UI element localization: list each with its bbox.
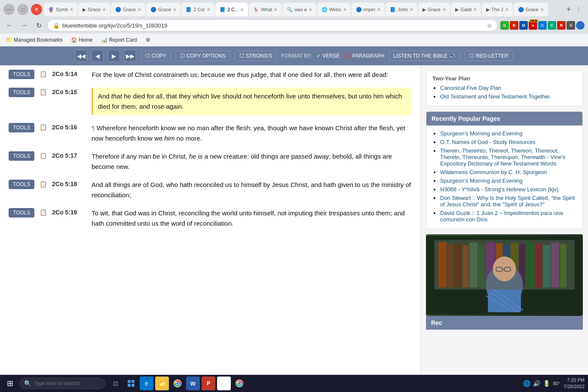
minimize-button[interactable]: — (3, 4, 15, 15)
tab-imp[interactable]: 🔵imper✕ (352, 3, 385, 16)
tab-current[interactable]: 📘2 C...✕ (215, 3, 248, 16)
ot-nt-plan-link[interactable]: Old Testament and New Testament Together (440, 93, 576, 100)
nav-next-button[interactable]: ▶ (108, 50, 120, 62)
ext-icon-5[interactable]: C (548, 21, 556, 30)
tab-thej[interactable]: ▶The J✕ (482, 3, 513, 16)
bookmark-settings[interactable]: ⚙ (143, 36, 153, 44)
ext-icon-3[interactable]: M (519, 21, 528, 30)
tab-close-was[interactable]: ✕ (309, 7, 312, 12)
video-thumbnail[interactable] (426, 234, 583, 316)
profile-button[interactable]: 👤 (576, 21, 585, 30)
taskbar-icon-chrome[interactable] (171, 377, 184, 390)
bookmark-home[interactable]: 🏠 Home (68, 36, 95, 44)
tab-close-what[interactable]: ✕ (274, 7, 277, 12)
tab-grace3[interactable]: 🔵Grace✕ (146, 3, 181, 16)
maximize-button[interactable]: □ (17, 4, 28, 15)
tools-button-516[interactable]: TOOLS (9, 123, 34, 132)
taskbar-icon-chrome2[interactable] (233, 377, 246, 390)
star-icon[interactable]: ☆ (487, 22, 492, 29)
new-tab-button[interactable]: + (566, 5, 571, 14)
tab-close-john[interactable]: ✕ (410, 7, 413, 12)
link-wilderness[interactable]: Wilderness Communion by C. H. Spurgeon (440, 169, 576, 175)
search-input[interactable] (34, 380, 94, 386)
copy-icon-519[interactable]: 📋 (40, 209, 47, 216)
tools-button-518[interactable]: TOOLS (9, 180, 34, 189)
link-therein[interactable]: Therein, Thereinto, Thereof, Thereon, Th… (440, 147, 576, 167)
bookmark-report[interactable]: 📊 Report Card (98, 36, 139, 44)
copy-button[interactable]: ☐ COPY (141, 51, 171, 61)
tab-web[interactable]: 🌐Webs✕ (317, 3, 351, 16)
taskbar-icon-explorer[interactable]: 📁 (155, 377, 169, 390)
listen-button[interactable]: LISTEN TO THE BIBLE 🔊 (389, 51, 460, 61)
taskbar-search-bar[interactable]: 🔍 (19, 378, 105, 389)
nav-prev-button[interactable]: ◀ (92, 50, 104, 62)
tab-john[interactable]: 📘John✕ (386, 3, 417, 16)
tab-what[interactable]: 🦌What✕ (249, 3, 282, 16)
taskbar-icon-taskview[interactable]: ⊡ (109, 377, 122, 390)
paragraph-format-option[interactable]: 🚫 PARAGRAPH (344, 53, 384, 59)
copy-icon-518[interactable]: 📋 (40, 181, 47, 187)
taskbar-icon-gmail[interactable]: ✉ (217, 377, 231, 390)
tab-close-imp[interactable]: ✕ (377, 7, 380, 12)
tab-close-grace2[interactable]: ✕ (138, 7, 141, 12)
link-ot-names[interactable]: O.T. Names of God - Study Resources (440, 139, 576, 145)
copy-options-button[interactable]: ☐ COPY OPTIONS (175, 51, 230, 61)
strongs-button[interactable]: ☐ STRONG'S (235, 51, 277, 61)
tab-grace4[interactable]: ▶Grace✕ (418, 3, 450, 16)
ext-icon-2[interactable]: B (510, 21, 518, 30)
reload-button[interactable]: ↻ (33, 19, 45, 31)
tab-close-thej[interactable]: ✕ (505, 7, 508, 12)
tab-close-grace3[interactable]: ✕ (173, 7, 176, 12)
network-icon[interactable]: 🌐 (523, 380, 530, 387)
forward-button[interactable]: → (18, 19, 30, 31)
tab-grace1[interactable]: ▶Grace✕ (78, 3, 110, 16)
tab-close-galat[interactable]: ✕ (473, 7, 477, 12)
address-bar[interactable]: 🔒 blueletterbible.org/kjv/2co/5/19/s_108… (47, 19, 498, 31)
tab-close-web[interactable]: ✕ (343, 7, 346, 12)
volume-icon[interactable]: 🔊 (533, 380, 540, 387)
link-don-stewart[interactable]: Don Stewart :: Why Is the Holy Spirit Ca… (440, 195, 576, 208)
tools-button-515[interactable]: TOOLS (9, 88, 34, 97)
tab-close-syb[interactable]: ✕ (70, 7, 73, 12)
tab-close-2cor[interactable]: ✕ (207, 7, 210, 12)
taskbar-icon-word[interactable]: W (186, 377, 200, 390)
tab-2cor[interactable]: 📘2 Cor✕ (181, 3, 214, 16)
tab-list-button[interactable]: ⋮ (573, 3, 585, 15)
nav-prev-prev-button[interactable]: ◀◀ (75, 50, 87, 62)
red-letter-button[interactable]: ☐ RED-LETTER (465, 51, 513, 61)
tab-grace2[interactable]: 🔵Grace✕ (111, 3, 145, 16)
link-spurgeon-1[interactable]: Spurgeon's Morning and Evening (440, 130, 576, 137)
tools-button-519[interactable]: TOOLS (9, 208, 34, 217)
start-button[interactable]: ⊞ (3, 377, 17, 390)
battery-icon[interactable]: 🔋 (543, 380, 550, 387)
taskbar-icon-widgets[interactable] (124, 377, 138, 390)
ext-icon-4[interactable]: C (538, 21, 547, 30)
ext-icon-6[interactable]: R (557, 21, 566, 30)
tools-button-517[interactable]: TOOLS (9, 151, 34, 161)
nav-next-next-button[interactable]: ▶▶ (124, 50, 136, 62)
link-h3068[interactable]: H3068 - Yᵉhôvâ - Strong's Hebrew Lexicon… (440, 186, 576, 193)
tab-close-grace5[interactable]: ✕ (540, 7, 544, 12)
bible-content[interactable]: TOOLS 📋 2Co 5:14 For the love of Christ … (0, 65, 420, 392)
back-button[interactable]: ← (3, 19, 15, 31)
bookmark-managed[interactable]: 📁 Managed Bookmarks (3, 36, 65, 44)
link-spurgeon-2[interactable]: Spurgeon's Morning and Evening (440, 178, 576, 184)
clock[interactable]: 7:20 PM 7/20/2022 (564, 377, 585, 390)
taskbar-icon-edge[interactable]: e (140, 377, 153, 390)
close-window-button[interactable]: ✕ (31, 4, 42, 15)
tab-syb[interactable]: 🔮Symb✕ (44, 3, 77, 16)
canonical-plan-link[interactable]: Canonical Five Day Plan (440, 85, 576, 91)
tab-close-grace1[interactable]: ✕ (102, 7, 106, 12)
copy-icon-516[interactable]: 📋 (40, 124, 47, 131)
tools-button-514[interactable]: TOOLS (9, 70, 34, 79)
copy-icon-517[interactable]: 📋 (40, 152, 47, 159)
verse-format-option[interactable]: ✔ VERSE (316, 53, 340, 59)
copy-icon-515[interactable]: 📋 (40, 89, 47, 95)
ext-icon-7[interactable]: ⚙ (567, 21, 575, 30)
ext-icon-new[interactable]: NNEW (529, 21, 537, 30)
copy-icon-514[interactable]: 📋 (40, 70, 47, 77)
tab-galat[interactable]: ▶Galat✕ (451, 3, 481, 16)
ext-icon-1[interactable]: G (500, 21, 509, 30)
taskbar-icon-powerpoint[interactable]: P (202, 377, 215, 390)
tab-close-current[interactable]: ✕ (240, 7, 244, 12)
